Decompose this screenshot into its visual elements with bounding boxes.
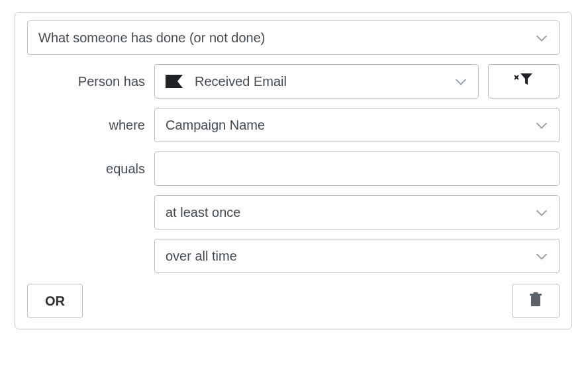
chevron-down-icon — [536, 118, 547, 133]
chevron-down-icon — [536, 205, 547, 220]
or-button[interactable]: OR — [27, 284, 83, 318]
or-button-label: OR — [45, 294, 65, 309]
operator-label: equals — [27, 161, 145, 177]
metric-value: Received Email — [195, 74, 287, 89]
condition-type-value: What someone has done (or not done) — [38, 30, 265, 46]
chevron-down-icon — [456, 74, 466, 89]
frequency-select[interactable]: at least once — [154, 195, 560, 230]
svg-rect-2 — [531, 296, 540, 306]
timeframe-value: over all time — [166, 249, 237, 264]
timeframe-select[interactable]: over all time — [154, 239, 560, 273]
person-has-label: Person has — [27, 74, 145, 89]
svg-rect-4 — [534, 292, 538, 294]
chevron-down-icon — [536, 30, 547, 46]
trash-icon — [530, 292, 542, 310]
flag-icon — [166, 75, 183, 88]
value-input[interactable] — [154, 151, 560, 186]
where-label: where — [27, 118, 145, 133]
frequency-value: at least once — [166, 205, 240, 220]
delete-button[interactable] — [512, 284, 560, 318]
where-field-select[interactable]: Campaign Name — [154, 108, 560, 142]
metric-select[interactable]: Received Email — [154, 64, 479, 99]
condition-type-select[interactable]: What someone has done (or not done) — [27, 21, 560, 55]
chevron-down-icon — [536, 249, 547, 264]
clear-filter-button[interactable] — [488, 64, 560, 99]
segment-condition-panel: What someone has done (or not done) Pers… — [15, 12, 572, 329]
close-filter-icon — [514, 73, 534, 89]
where-field-value: Campaign Name — [166, 118, 265, 133]
